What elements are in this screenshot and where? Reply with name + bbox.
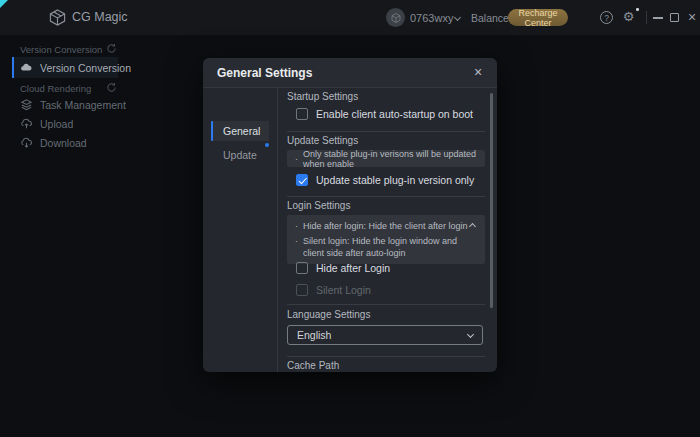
sidebar-item-label: Task Management: [40, 99, 126, 111]
recharge-center-button[interactable]: Recharge Center: [508, 9, 568, 26]
startup-settings-label: Startup Settings: [287, 91, 358, 102]
app-name: CG Magic: [72, 10, 128, 24]
dialog-title: General Settings: [217, 66, 312, 80]
window-maximize-icon[interactable]: [670, 13, 679, 22]
window-minimize-icon[interactable]: [653, 17, 663, 19]
window-close-icon[interactable]: ×: [685, 9, 699, 25]
checkbox-icon[interactable]: [296, 262, 308, 274]
hint-silent-login: Silent login: Hide the login window and …: [303, 235, 471, 259]
language-selected-value: English: [297, 329, 331, 341]
sync-icon[interactable]: [106, 82, 117, 93]
user-avatar[interactable]: [386, 8, 405, 27]
layers-icon: [20, 98, 33, 111]
sidebar-item-label: Upload: [40, 118, 73, 130]
divider: [287, 131, 485, 132]
username[interactable]: 0763wxy: [410, 12, 453, 24]
sidebar-section-version-conversion: Version Conversion: [20, 44, 102, 55]
checkbox-label: Enable client auto-startup on boot: [316, 108, 473, 120]
cloud-icon: [20, 61, 33, 74]
sidebar-item-download[interactable]: Download: [12, 133, 118, 152]
sidebar-section-cloud-rendering: Cloud Rendering: [20, 83, 91, 94]
checkbox-label: Silent Login: [316, 284, 371, 296]
cloud-download-icon: [20, 136, 33, 149]
modal-scrollbar[interactable]: [490, 93, 493, 308]
language-settings-label: Language Settings: [287, 309, 370, 320]
checkbox-label: Hide after Login: [316, 262, 390, 274]
update-badge-dot: [265, 143, 269, 147]
topbar: CG Magic 0763wxy Balance: 0.00 Recharge …: [0, 0, 700, 35]
cache-path-label: Cache Path: [287, 360, 339, 371]
language-select[interactable]: English: [287, 325, 483, 345]
dialog-close-icon[interactable]: ×: [470, 63, 486, 81]
user-menu-chevron-down-icon[interactable]: [454, 14, 461, 21]
general-settings-dialog: General Settings × General Update Startu…: [203, 58, 497, 372]
checkbox-stable-plugin-only[interactable]: Update stable plug-in version only: [296, 172, 474, 188]
login-hints-box: Hide after login: Hide the client after …: [287, 215, 485, 264]
sync-icon[interactable]: [106, 43, 117, 54]
update-settings-label: Update Settings: [287, 135, 358, 146]
checkbox-icon[interactable]: [296, 284, 308, 296]
help-icon[interactable]: ?: [600, 11, 613, 24]
checkbox-icon[interactable]: [296, 108, 308, 120]
checkbox-auto-startup[interactable]: Enable client auto-startup on boot: [296, 106, 473, 122]
divider: [287, 356, 485, 357]
settings-notification-dot: [636, 8, 639, 11]
login-settings-label: Login Settings: [287, 200, 350, 211]
sidebar-item-upload[interactable]: Upload: [12, 114, 118, 133]
settings-gear-icon[interactable]: ⚙: [621, 9, 636, 25]
nav-tab-general[interactable]: General: [211, 121, 269, 141]
sidebar-item-label: Version Conversion: [40, 62, 131, 74]
settings-nav: General Update: [203, 88, 278, 372]
app-window: CG Magic 0763wxy Balance: 0.00 Recharge …: [0, 0, 700, 437]
corner-accent: [0, 0, 8, 8]
checkbox-label: Update stable plug-in version only: [316, 174, 474, 186]
sidebar-item-version-conversion[interactable]: Version Conversion: [12, 57, 118, 78]
dialog-header: General Settings ×: [203, 58, 497, 88]
checkbox-hide-after-login[interactable]: Hide after Login: [296, 260, 390, 276]
sidebar-item-label: Download: [40, 137, 87, 149]
app-logo-cube-icon: [48, 8, 67, 27]
hint-hide-after-login: Hide after login: Hide the client after …: [303, 220, 471, 232]
divider: [287, 304, 485, 305]
cloud-upload-icon: [20, 117, 33, 130]
checkbox-silent-login[interactable]: Silent Login: [296, 282, 371, 298]
divider: [287, 196, 485, 197]
sidebar-item-task-management[interactable]: Task Management: [12, 95, 118, 114]
update-hint: Only stable plug-in verisons will be upd…: [287, 150, 485, 167]
topbar-separator: [646, 11, 647, 24]
checkbox-checked-icon[interactable]: [296, 174, 308, 186]
nav-tab-update[interactable]: Update: [211, 145, 269, 165]
sidebar: Version Conversion Version Conversion Cl…: [0, 35, 165, 437]
select-chevron-down-icon: [467, 330, 474, 337]
